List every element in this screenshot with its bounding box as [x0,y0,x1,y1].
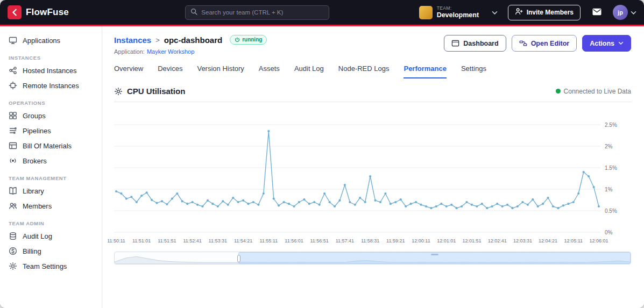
brand-name: FlowFuse [26,7,69,18]
svg-text:12:03:31: 12:03:31 [513,238,532,243]
team-selector[interactable]: TEAM: Development [416,4,501,20]
svg-text:11:57:41: 11:57:41 [336,238,354,243]
settings-gear-icon [9,262,17,270]
application-label: Application: [114,48,145,55]
sidebar-item-team-settings[interactable]: Team Settings [0,259,102,274]
tab-audit-log[interactable]: Audit Log [294,65,324,78]
instance-tabs: Overview Devices Version History Assets … [114,65,631,78]
chevron-down-icon [631,8,636,17]
sidebar-item-label: Library [23,187,44,195]
brand-logo[interactable]: FlowFuse [8,5,99,19]
tab-performance[interactable]: Performance [404,65,446,78]
main-content: Instances > opc-dashboard running Applic… [102,26,644,308]
application-link[interactable]: Mayker Workshop [147,48,194,55]
top-navbar: FlowFuse TEAM: Development [0,0,644,26]
tab-overview[interactable]: Overview [114,65,143,78]
cpu-line-chart: 0%0.5%1%1.5%2%2.5%11:50:1111:51:0111:51:… [114,108,630,246]
sidebar-item-remote-instances[interactable]: Remote Instances [0,78,102,93]
sidebar-item-label: Remote Instances [23,82,79,90]
sidebar-section-team-management: TEAM MANAGEMENT [0,168,102,183]
sidebar-item-label: Applications [23,37,60,45]
cpu-utilisation-panel: CPU Utilisation Connected to Live Data 0… [114,87,631,264]
tab-assets[interactable]: Assets [259,65,280,78]
sidebar-item-hosted-instances[interactable]: Hosted Instances [0,63,102,78]
sidebar-section-operations: OPERATIONS [0,93,102,108]
flowfuse-logo-icon [8,5,22,19]
brush-selection[interactable] [238,252,631,264]
sidebar-item-pipelines[interactable]: Pipelines [0,123,102,138]
status-badge-label: running [242,37,262,42]
sidebar-item-billing[interactable]: Billing [0,243,102,259]
live-status-label: Connected to Live Data [564,88,631,95]
sidebar-item-label: Bill Of Materials [23,142,72,150]
app-window: FlowFuse TEAM: Development [0,0,644,308]
sidebar-section-team-admin: TEAM ADMIN [0,213,102,228]
audit-log-icon [9,232,17,240]
sidebar-item-label: Team Settings [23,262,67,270]
sidebar-item-label: Members [23,202,52,210]
search-input[interactable] [201,9,324,16]
breadcrumb: Instances > opc-dashboard running [114,35,267,45]
mail-icon [592,8,602,18]
chevron-down-icon [618,41,624,45]
open-editor-button[interactable]: Open Editor [512,35,577,52]
instance-name: opc-dashboard [164,35,222,45]
actions-button[interactable]: Actions [582,35,631,52]
svg-text:12:00:11: 12:00:11 [412,238,430,243]
tab-devices[interactable]: Devices [158,65,182,78]
user-avatar: jp [613,5,628,20]
brush-handle-left[interactable] [237,255,240,262]
node-red-editor-icon [519,39,527,47]
brush-grip[interactable] [431,254,438,255]
invite-members-label: Invite Members [527,9,574,16]
application-line: Application:Mayker Workshop [114,48,267,55]
invite-members-button[interactable]: Invite Members [508,5,581,20]
gear-icon [114,87,123,96]
svg-text:11:56:01: 11:56:01 [285,238,303,243]
live-status: Connected to Live Data [556,88,631,95]
sidebar-item-library[interactable]: Library [0,183,102,198]
sidebar-item-label: Pipelines [23,127,51,135]
dashboard-button[interactable]: Dashboard [444,35,506,52]
svg-text:1.5%: 1.5% [605,165,617,171]
svg-text:12:05:11: 12:05:11 [564,238,583,243]
cpu-chart-area: 0%0.5%1%1.5%2%2.5%11:50:1111:51:0111:51:… [114,108,631,264]
svg-text:12:01:51: 12:01:51 [462,238,481,243]
sidebar-item-label: Hosted Instances [23,67,76,75]
svg-text:2%: 2% [605,144,613,149]
breadcrumb-separator: > [155,36,160,44]
team-search[interactable] [185,5,329,20]
notifications-button[interactable] [588,5,606,20]
hosted-instances-icon [9,66,17,75]
live-status-dot [556,89,561,94]
sidebar-item-groups[interactable]: Groups [0,108,102,123]
chart-brush[interactable] [114,252,631,264]
sidebar-item-applications[interactable]: Applications [0,33,102,48]
dashboard-button-label: Dashboard [463,40,498,47]
pipelines-icon [9,126,17,135]
svg-text:12:06:01: 12:06:01 [589,238,608,243]
svg-text:11:52:41: 11:52:41 [183,238,201,243]
sidebar-item-bill-of-materials[interactable]: Bill Of Materials [0,138,102,153]
svg-text:11:50:11: 11:50:11 [107,238,125,243]
remote-instances-icon [9,81,17,90]
tab-settings[interactable]: Settings [461,65,486,78]
library-icon [9,187,17,195]
tab-node-red-logs[interactable]: Node-RED Logs [338,65,390,78]
sidebar-item-brokers[interactable]: Brokers [0,153,102,168]
actions-button-label: Actions [590,40,614,47]
invite-user-icon [515,8,523,17]
sidebar-section-instances: INSTANCES [0,48,102,63]
sidebar-item-label: Groups [23,112,46,120]
sidebar-item-audit-log[interactable]: Audit Log [0,228,102,243]
billing-icon [9,247,17,255]
user-menu[interactable]: jp [613,5,636,20]
svg-text:11:56:51: 11:56:51 [310,238,329,243]
tab-version-history[interactable]: Version History [197,65,244,78]
team-label: TEAM: [437,5,479,11]
breadcrumb-instances-link[interactable]: Instances [114,35,151,45]
sidebar-item-members[interactable]: Members [0,198,102,213]
applications-icon [9,36,17,45]
open-editor-button-label: Open Editor [531,40,570,47]
bill-of-materials-icon [9,141,17,150]
